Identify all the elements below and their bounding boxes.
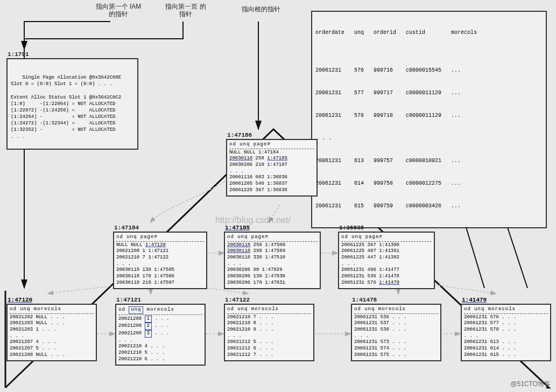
leaf-page-4: 1:41478 od unq morecols 20061231 536 . .… — [351, 304, 441, 361]
credit-text: @51CTO博客 — [510, 380, 551, 389]
label-iam-ptr: 指向第一个 IAM的指针 — [94, 3, 143, 18]
row-detail-box: orderdate unq orderid custid morecols 20… — [311, 11, 547, 228]
lvl2-page-2: 1:47185 od unq page# 20030118 258 1:4750… — [224, 232, 321, 289]
diagram-canvas: 指向第一个 IAM的指针 指向第一页 的指针 指向根的指针 1:1791 Sin… — [0, 0, 556, 392]
iam-body: Single Page Allocation @0x3642C08E Slot … — [11, 75, 121, 139]
iam-page-id: 1:1791 — [8, 51, 29, 59]
leaf-page-2: 1:47121 od unq morecols 20021208 1 . . .… — [115, 304, 206, 366]
leaf-page-3: 1:47122 od unq morecols 20021210 7 . . .… — [224, 304, 314, 361]
label-firstpage-ptr: 指向第一页 的指针 — [164, 3, 207, 18]
leaf-page-1: 1:47120 od unq morecols 20021202 NULL . … — [6, 304, 97, 361]
leaf-page-5: 1:41479 od unq morecols 20061231 576 . .… — [461, 304, 551, 361]
lvl2-page-3: 1:36838 od unq page# 20061225 367 1:4138… — [338, 232, 435, 289]
root-page: 1:47186 od unq page# NULL NULL 1:47184 2… — [226, 139, 318, 197]
root-page-id: 1:47186 — [227, 131, 252, 139]
lvl2-page-1: 1:47184 od unq page# NULL NULL 1:47120 2… — [113, 232, 207, 289]
iam-box: 1:1791 Single Page Allocation @0x3642C08… — [6, 58, 138, 150]
watermark-text: http://blog.csdn.net/ — [215, 215, 291, 225]
label-root-ptr: 指向根的指针 — [240, 5, 283, 13]
